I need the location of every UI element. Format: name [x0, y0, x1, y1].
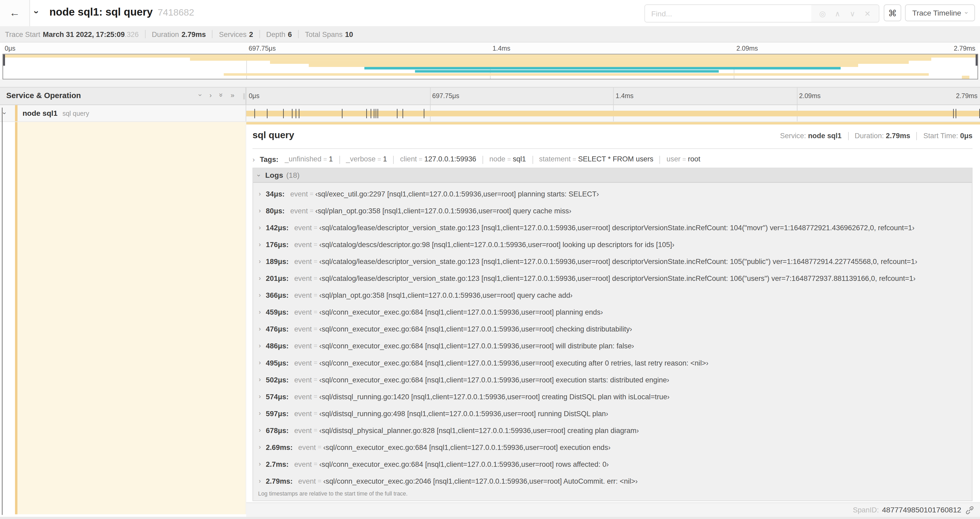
equals-sign: =: [321, 156, 329, 163]
log-marker[interactable]: [956, 109, 956, 118]
log-row[interactable]: ›34μs:event=‹sql/exec_util.go:2297 [nsql…: [253, 185, 972, 202]
separator: [298, 30, 299, 38]
log-row[interactable]: ›366μs:event=‹sql/plan_opt.go:358 [nsql1…: [253, 287, 972, 303]
timeline-minimap[interactable]: [2, 54, 978, 79]
log-marker[interactable]: [953, 109, 954, 118]
log-marker[interactable]: [255, 109, 255, 118]
log-field-key: event: [294, 274, 312, 282]
chevron-right-icon: ›: [259, 477, 261, 484]
tag-item[interactable]: user=root: [667, 155, 700, 163]
expand-level-icon[interactable]: ›: [210, 91, 212, 99]
find-box: ◎∧∨✕: [644, 5, 879, 23]
expand-all-icon[interactable]: »: [231, 91, 234, 99]
equals-sign: =: [308, 207, 315, 214]
equals-sign: =: [316, 444, 323, 450]
log-row[interactable]: ›2.7ms:event=‹sql/conn_executor_exec.go:…: [253, 455, 972, 472]
log-field-key: event: [298, 477, 316, 484]
tag-item[interactable]: _verbose=1: [346, 155, 387, 163]
log-marker[interactable]: [371, 109, 372, 118]
window-bottom-edge: [0, 517, 980, 519]
minimap-right-scrubber[interactable]: [975, 54, 977, 65]
logs-header[interactable]: › Logs (18): [253, 168, 972, 183]
log-row[interactable]: ›176μs:event=‹sql/catalog/descs/descript…: [253, 236, 972, 252]
column-resizer-handle[interactable]: ∥: [243, 93, 246, 99]
keyboard-shortcuts-button[interactable]: ⌘: [884, 5, 901, 21]
log-marker[interactable]: [424, 109, 425, 118]
log-row[interactable]: ›495μs:event=‹sql/conn_executor_exec.go:…: [253, 354, 972, 371]
equals-sign: =: [312, 427, 319, 434]
log-row[interactable]: ›201μs:event=‹sql/catalog/lease/descript…: [253, 270, 972, 287]
log-marker[interactable]: [342, 109, 343, 118]
tag-key: client: [400, 155, 417, 163]
log-timestamp: 366μs:: [266, 291, 288, 299]
view-selector-button[interactable]: Trace Timeline ›: [905, 5, 975, 21]
collapse-level-icon[interactable]: ›: [197, 94, 204, 96]
detail-meta-label: Start Time:: [923, 132, 960, 139]
log-row[interactable]: ›502μs:event=‹sql/conn_executor_exec.go:…: [253, 371, 972, 388]
link-icon[interactable]: [966, 506, 974, 514]
equals-sign: =: [308, 190, 315, 197]
back-button[interactable]: ←: [0, 0, 30, 26]
log-marker[interactable]: [366, 109, 367, 118]
log-marker[interactable]: [292, 109, 293, 118]
separator: [212, 30, 213, 38]
tag-item[interactable]: statement=SELECT * FROM users: [539, 155, 653, 163]
tags-row[interactable]: › Tags: _unfinished=1_verbose=1client=12…: [252, 153, 972, 166]
equals-sign: =: [312, 292, 319, 299]
separator: [259, 30, 260, 38]
log-marker[interactable]: [376, 109, 377, 118]
log-marker[interactable]: [396, 109, 397, 118]
log-row[interactable]: ›189μs:event=‹sql/catalog/lease/descript…: [253, 252, 972, 270]
find-input[interactable]: [645, 5, 811, 22]
collapse-all-icon[interactable]: »: [217, 93, 225, 97]
chevron-right-icon: ›: [259, 359, 261, 366]
log-row[interactable]: ›574μs:event=‹sql/distsql_running.go:142…: [253, 388, 972, 405]
collapse-trace-icon[interactable]: ›: [32, 11, 42, 14]
separator: [532, 156, 533, 164]
next-match-icon[interactable]: ∨: [845, 9, 860, 18]
log-marker[interactable]: [374, 109, 374, 118]
log-timestamp: 2.79ms:: [266, 477, 293, 484]
log-marker[interactable]: [402, 109, 403, 118]
log-row[interactable]: ›2.79ms:event=‹sql/conn_executor_exec.go…: [253, 472, 972, 489]
log-field-key: event: [294, 291, 312, 299]
span-color-accent: [15, 122, 18, 514]
log-field-key: event: [294, 393, 312, 400]
equals-sign: =: [312, 241, 319, 248]
clear-search-icon[interactable]: ✕: [860, 9, 875, 18]
log-marker[interactable]: [299, 109, 299, 118]
log-row[interactable]: ›597μs:event=‹sql/distsql_running.go:498…: [253, 405, 972, 422]
list-scrollbar[interactable]: [2, 108, 3, 515]
minimap-left-scrubber[interactable]: [3, 54, 5, 65]
log-row[interactable]: ›476μs:event=‹sql/conn_executor_exec.go:…: [253, 320, 972, 337]
tag-item[interactable]: client=127.0.0.1:59936: [400, 155, 476, 163]
log-field-value: ‹sql/conn_executor_exec.go:684 [nsql1,cl…: [319, 308, 603, 315]
log-marker[interactable]: [267, 109, 267, 118]
minimap-span: [415, 70, 719, 73]
detail-meta-label: Duration:: [854, 132, 886, 139]
tag-item[interactable]: node=sql1: [490, 155, 526, 163]
log-row[interactable]: ›486μs:event=‹sql/conn_executor_exec.go:…: [253, 337, 972, 354]
tag-item[interactable]: _unfinished=1: [285, 155, 333, 163]
log-marker[interactable]: [283, 109, 284, 118]
span-duration-bar[interactable]: [246, 111, 980, 116]
log-marker[interactable]: [295, 109, 296, 118]
chevron-right-icon: ›: [259, 275, 261, 282]
log-marker[interactable]: [378, 109, 379, 118]
tags-list: _unfinished=1_verbose=1client=127.0.0.1:…: [285, 155, 700, 164]
minimap-span: [364, 67, 841, 70]
timeline-grid-header: Service & Operation ››»» ∥ 0μs697.75μs1.…: [0, 87, 980, 105]
log-field-key: event: [294, 376, 312, 383]
log-row[interactable]: ›142μs:event=‹sql/catalog/lease/descript…: [253, 219, 972, 236]
prev-match-icon[interactable]: ∧: [830, 9, 845, 18]
chevron-right-icon: ›: [259, 308, 261, 315]
log-field-value: ‹sql/conn_executor_exec.go:684 [nsql1,cl…: [319, 342, 634, 350]
log-row[interactable]: ›678μs:event=‹sql/distsql_physical_plann…: [253, 422, 972, 439]
log-row[interactable]: ›2.69ms:event=‹sql/conn_executor_exec.go…: [253, 439, 972, 455]
log-row[interactable]: ›459μs:event=‹sql/conn_executor_exec.go:…: [253, 303, 972, 320]
match-target-icon[interactable]: ◎: [815, 9, 830, 18]
span-row-timeline-cell[interactable]: [246, 105, 980, 121]
log-row[interactable]: ›80μs:event=‹sql/plan_opt.go:358 [nsql1,…: [253, 202, 972, 219]
span-row-name-cell[interactable]: › node sql1sql query: [0, 105, 246, 121]
log-timestamp: 80μs:: [266, 207, 285, 214]
